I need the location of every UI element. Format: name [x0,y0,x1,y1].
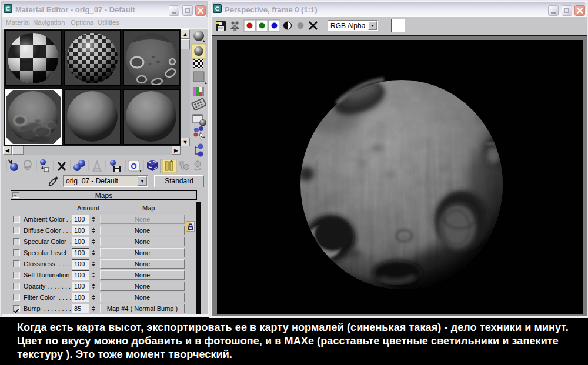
svg-text:O: O [131,162,136,170]
